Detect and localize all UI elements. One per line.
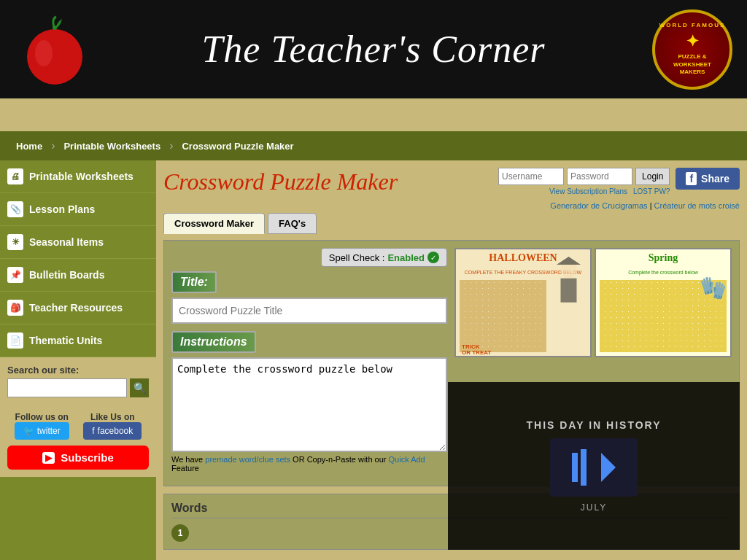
header-logo [15,9,95,90]
sidebar-item-lesson-plans[interactable]: 📎 Lesson Plans [0,193,156,226]
world-famous-badge: WORLD FAMOUS ✦ PUZZLE & WORKSHEET MAKERS [652,9,732,90]
search-input[interactable] [7,378,127,397]
search-label: Search our site: [7,365,149,376]
facebook-label: facebook [98,426,133,436]
video-month: JULY [581,502,607,513]
svg-rect-8 [581,449,587,486]
form-left: Spell Check : Enabled ✓ Title: Instructi… [171,248,447,478]
login-area: Login View Subscription Plans LOST PW? [498,168,670,195]
main: 🖨 Printable Worksheets 📎 Lesson Plans ☀ … [0,160,747,560]
lost-pw-link[interactable]: LOST PW? [633,187,670,195]
login-row: Login [498,168,670,185]
social-row: Follow us on 🐦 twitter Like Us on f face… [7,412,149,440]
spell-check-label: Spell Check : [329,252,385,263]
subscribe-button[interactable]: ▶ Subscribe [7,446,149,470]
spell-check-status: Enabled [387,252,425,263]
instructions-label: Instructions [171,331,256,353]
quick-add-link[interactable]: Quick Add [389,455,425,464]
sidebar: 🖨 Printable Worksheets 📎 Lesson Plans ☀ … [0,160,156,560]
nav-printable-worksheets[interactable]: Printable Worksheets [55,136,169,156]
ad-bar [0,98,747,131]
username-input[interactable] [498,168,564,185]
print-icon: 🖨 [7,168,23,184]
spell-check-bar: Spell Check : Enabled ✓ [171,248,447,267]
svg-marker-5 [557,257,581,265]
premade-link[interactable]: premade word/clue sets [205,455,290,464]
links-row: We have premade word/clue sets OR Copy-n… [171,455,447,472]
spring-subtitle: Complete the crossword below [596,270,730,275]
facebook-button[interactable]: f facebook [83,422,142,440]
twitter-button[interactable]: 🐦 twitter [15,422,69,440]
spell-check-icon: ✓ [427,252,439,263]
sidebar-label-bulletin-boards: Bulletin Boards [29,269,104,281]
video-overlay: THIS DAY IN HISTORY JULY [448,382,740,550]
tab-faqs[interactable]: FAQ's [268,213,317,234]
svg-point-2 [53,26,57,30]
page-title: Crossword Puzzle Maker [163,168,398,195]
login-button[interactable]: Login [635,168,670,185]
content-inner: Crossword Puzzle Maker Login View Subscr… [163,168,740,550]
puzzle-preview: HALLOWEEN COMPLETE THE FREAKY CROSSWORD … [454,248,732,357]
password-input[interactable] [567,168,632,185]
follow-col: Follow us on 🐦 twitter [15,412,69,440]
fb-share-label: Share [701,173,729,184]
halloween-puzzle-preview: HALLOWEEN COMPLETE THE FREAKY CROSSWORD … [454,248,592,357]
twitter-icon: 🐦 [23,426,34,436]
sidebar-item-teacher-resources[interactable]: 🎒 Teacher Resources [0,292,156,324]
header-right: WORLD FAMOUS ✦ PUZZLE & WORKSHEET MAKERS [652,9,732,90]
nav-crossword-puzzle-maker[interactable]: Crossword Puzzle Maker [173,136,302,156]
pin-icon: 📌 [7,267,23,283]
sidebar-label-lesson-plans: Lesson Plans [29,203,95,215]
video-thumbnail[interactable] [550,438,638,497]
facebook-share-button[interactable]: f Share [676,168,740,190]
social-section: Follow us on 🐦 twitter Like Us on f face… [0,405,156,477]
spanish-links: Generador de Crucigramas | Créateur de m… [163,201,740,210]
sidebar-item-seasonal-items[interactable]: ☀ Seasonal Items [0,226,156,259]
sun-icon: ☀ [7,234,23,250]
search-button[interactable]: 🔍 [130,378,149,397]
tab-crossword-maker[interactable]: Crossword Maker [163,213,265,234]
follow-label: Follow us on [15,412,69,422]
like-col: Like Us on f facebook [83,412,142,440]
facebook-icon: f [92,426,94,436]
svg-rect-4 [561,279,577,303]
youtube-icon: ▶ [42,452,55,464]
generador-link[interactable]: Generador de Crucigramas [550,201,647,210]
fb-icon: f [686,172,697,185]
sidebar-item-printable-worksheets[interactable]: 🖨 Printable Worksheets [0,160,156,193]
svg-point-0 [27,29,82,85]
view-subscription-plans-link[interactable]: View Subscription Plans [549,187,627,195]
doc-icon: 📄 [7,332,23,349]
content: Crossword Puzzle Maker Login View Subscr… [156,160,747,560]
bag-icon: 🎒 [7,300,23,316]
sidebar-label-seasonal-items: Seasonal Items [29,236,104,248]
page-title-row: Crossword Puzzle Maker Login View Subscr… [163,168,740,195]
svg-point-1 [35,40,53,66]
spell-check-badge: Spell Check : Enabled ✓ [321,248,447,267]
word-number-1: 1 [171,524,189,542]
title-label: Title: [171,271,217,293]
createur-link[interactable]: Créateur de mots croisé [654,201,740,210]
search-row: 🔍 [7,378,149,397]
header: The Teacher's Corner WORLD FAMOUS ✦ PUZZ… [0,0,747,98]
sidebar-label-thematic-units: Thematic Units [29,335,102,346]
spring-puzzle-preview: Spring Complete the crossword below 🧤 [595,248,732,357]
twitter-label: twitter [37,426,61,436]
svg-rect-7 [572,453,578,482]
video-title: THIS DAY IN HISTORY [526,419,661,431]
navbar: Home › Printable Worksheets › Crossword … [0,131,747,160]
nav-home[interactable]: Home [7,136,51,156]
instructions-textarea[interactable]: Complete the crossword puzzle below [171,357,447,452]
tabs: Crossword Maker FAQ's [163,213,740,234]
subscribe-label: Subscribe [61,451,114,464]
sub-links: View Subscription Plans LOST PW? [549,187,670,195]
sidebar-label-teacher-resources: Teacher Resources [29,302,123,314]
sidebar-item-thematic-units[interactable]: 📄 Thematic Units [0,324,156,357]
header-title: The Teacher's Corner [95,28,652,71]
sidebar-label-printable-worksheets: Printable Worksheets [29,171,133,182]
clip-icon: 📎 [7,201,23,217]
sidebar-item-bulletin-boards[interactable]: 📌 Bulletin Boards [0,259,156,292]
title-input[interactable] [171,298,447,324]
spring-title: Spring [596,252,730,264]
like-label: Like Us on [83,412,142,422]
